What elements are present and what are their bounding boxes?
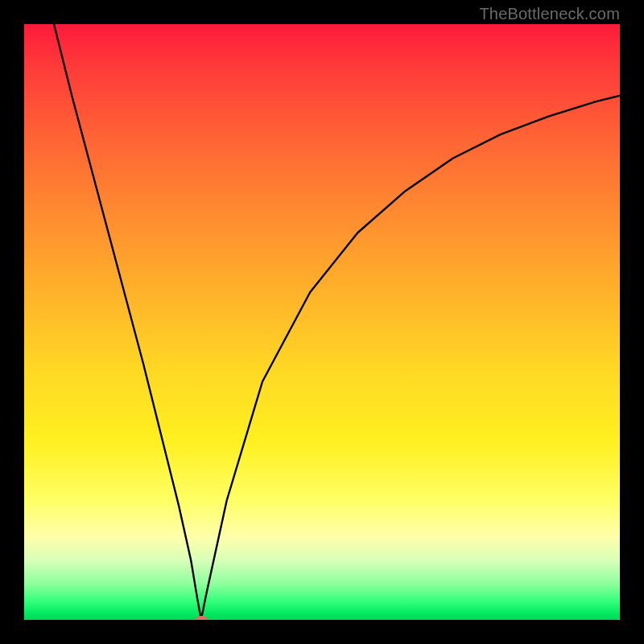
bottleneck-curve [54,24,620,620]
plot-area [24,24,620,620]
watermark-label: TheBottleneck.com [479,5,620,23]
chart-frame: TheBottleneck.com [0,0,644,644]
curve-layer [24,24,620,620]
optimum-marker [196,616,207,620]
